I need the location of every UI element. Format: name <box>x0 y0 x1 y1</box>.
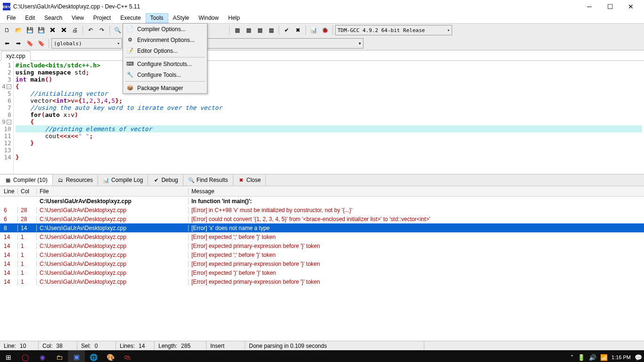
menu-item-package-manager[interactable]: 📦Package Manager <box>123 82 207 93</box>
bottom-tabs: ▦Compiler (10) 🗂Resources 📊Compile Log ✔… <box>0 174 644 186</box>
compiler-error-row[interactable]: 141C:\Users\GaUrAv\Desktop\xyz.cpp[Error… <box>0 250 644 259</box>
code-line[interactable]: for(auto x:v) <box>16 111 642 118</box>
menu-item-configure-tools[interactable]: 🔧Configure Tools... <box>123 69 207 80</box>
scope-select[interactable]: (globals) <box>51 38 122 49</box>
fold-toggle[interactable]: − <box>7 84 11 89</box>
new-file-icon[interactable]: 🗋 <box>2 25 12 35</box>
fold-toggle[interactable]: − <box>7 120 11 124</box>
undo-icon[interactable]: ↶ <box>85 25 96 35</box>
code-line[interactable]: //initializing vector <box>16 90 642 97</box>
code-line[interactable]: } <box>16 154 642 161</box>
menu-item-compiler-options[interactable]: 📄Compiler Options... <box>123 24 207 34</box>
tab-find-results[interactable]: 🔍Find Results <box>183 175 233 185</box>
tab-close[interactable]: ✖Close <box>233 175 266 185</box>
print-icon[interactable]: 🖨 <box>70 25 80 35</box>
stop-execution-icon[interactable]: ✖ <box>293 25 303 35</box>
compiler-error-row[interactable]: 141C:\Users\GaUrAv\Desktop\xyz.cpp[Error… <box>0 241 644 250</box>
taskbar-opera-icon[interactable]: ◯ <box>17 350 34 362</box>
line-number: 3 <box>8 76 11 83</box>
code-line[interactable]: cout<<x<<" "; <box>16 132 642 140</box>
menubar: FileEditSearchViewProjectExecuteToolsASt… <box>0 13 644 24</box>
code-line[interactable]: using namespace std; <box>16 69 642 76</box>
close-file-icon[interactable]: 🗙 <box>47 25 58 35</box>
tab-compile-log[interactable]: 📊Compile Log <box>98 175 148 185</box>
compiler-select[interactable]: TDM-GCC 4.9.2 64-bit Release <box>335 25 452 35</box>
code-editor[interactable]: 1234−56789−1011121314 #include<bits/stdc… <box>0 61 644 174</box>
compiler-error-row[interactable]: 628C:\Users\GaUrAv\Desktop\xyz.cpp[Error… <box>0 206 644 214</box>
rebuild-all-icon[interactable]: ▦ <box>266 25 276 35</box>
col-header-col[interactable]: Col <box>18 188 37 195</box>
redo-icon[interactable]: ↷ <box>97 25 107 35</box>
maximize-button[interactable]: ☐ <box>600 0 620 13</box>
compiler-error-row[interactable]: 141C:\Users\GaUrAv\Desktop\xyz.cpp[Error… <box>0 232 644 241</box>
chevron-up-icon[interactable]: ˄ <box>570 354 574 361</box>
clock[interactable]: 1:16 PM <box>611 354 631 360</box>
line-number: 12 <box>4 140 11 147</box>
compile-run-icon[interactable]: ▦ <box>255 25 265 35</box>
compiler-error-row[interactable]: 141C:\Users\GaUrAv\Desktop\xyz.cpp[Error… <box>0 259 644 268</box>
menu-help[interactable]: Help <box>223 13 245 23</box>
code-area[interactable]: #include<bits/stdc++.h>using namespace s… <box>14 61 644 174</box>
debug-icon[interactable]: ✔ <box>281 25 292 35</box>
menu-item-environment-options[interactable]: ⚙Environment Options... <box>123 34 207 45</box>
taskbar-store-icon[interactable]: 🛍 <box>119 350 136 362</box>
taskbar-eclipse-icon[interactable]: ◉ <box>34 350 51 362</box>
battery-icon[interactable]: 🔋 <box>578 354 585 361</box>
col-header-message[interactable]: Message <box>189 188 644 195</box>
minimize-button[interactable]: ─ <box>579 0 600 13</box>
goto-forward-icon[interactable]: ➡ <box>13 38 24 49</box>
code-line[interactable]: #include<bits/stdc++.h> <box>16 62 642 69</box>
save-icon[interactable]: 💾 <box>25 25 35 35</box>
wifi-icon[interactable]: 📶 <box>600 354 608 361</box>
run-icon[interactable]: ▦ <box>243 25 254 35</box>
compiler-error-row[interactable]: 814C:\Users\GaUrAv\Desktop\xyz.cpp[Error… <box>0 223 644 232</box>
goto-back-icon[interactable]: ⬅ <box>2 38 12 49</box>
start-button[interactable]: ⊞ <box>0 350 17 362</box>
profile-icon[interactable]: 📊 <box>308 25 319 35</box>
open-file-icon[interactable]: 📂 <box>13 25 24 35</box>
compiler-error-row[interactable]: 628C:\Users\GaUrAv\Desktop\xyz.cpp[Error… <box>0 214 644 223</box>
taskbar-explorer-icon[interactable]: 🗀 <box>51 350 68 362</box>
menu-tools[interactable]: Tools <box>146 13 168 23</box>
menu-file[interactable]: File <box>2 13 20 23</box>
save-all-icon[interactable]: 💾 <box>36 25 46 35</box>
goto-bookmark-icon[interactable]: 🔖 <box>36 38 46 49</box>
taskbar-devcpp-icon[interactable]: ▣ <box>68 350 85 362</box>
compiler-context-row[interactable]: C:\Users\GaUrAv\Desktop\xyz.cppIn functi… <box>0 197 644 206</box>
code-line[interactable]: { <box>16 83 642 90</box>
compiler-error-row[interactable]: 141C:\Users\GaUrAv\Desktop\xyz.cpp[Error… <box>0 277 644 286</box>
code-line[interactable]: } <box>16 140 642 147</box>
compile-icon[interactable]: ▦ <box>232 25 242 35</box>
tab-resources[interactable]: 🗂Resources <box>53 175 98 185</box>
menu-item-editor-options[interactable]: 📝Editor Options... <box>123 45 207 56</box>
code-line[interactable]: //using the auto key word to iterate ove… <box>16 104 642 111</box>
menu-execute[interactable]: Execute <box>116 13 145 23</box>
file-tab-xyz[interactable]: xyz.cpp <box>1 51 31 61</box>
menu-search[interactable]: Search <box>40 13 67 23</box>
tab-debug[interactable]: ✔Debug <box>148 175 183 185</box>
col-header-file[interactable]: File <box>37 188 189 195</box>
close-all-icon[interactable]: 🗙 <box>58 25 69 35</box>
close-button[interactable]: ✕ <box>620 0 641 13</box>
col-header-line[interactable]: Line <box>0 188 18 195</box>
code-line[interactable] <box>16 147 642 154</box>
code-line[interactable]: vector<int>v={1,2,3,4,5}; <box>16 97 642 104</box>
menu-astyle[interactable]: AStyle <box>168 13 194 23</box>
compiler-error-row[interactable]: 141C:\Users\GaUrAv\Desktop\xyz.cpp[Error… <box>0 268 644 277</box>
menu-project[interactable]: Project <box>89 13 116 23</box>
volume-icon[interactable]: 🔊 <box>589 354 596 361</box>
menu-view[interactable]: View <box>67 13 89 23</box>
tab-compiler[interactable]: ▦Compiler (10) <box>0 175 53 185</box>
menu-window[interactable]: Window <box>194 13 223 23</box>
code-line[interactable]: //printing elements of vector <box>16 125 642 132</box>
menu-item-configure-shortcuts[interactable]: ⌨Configure Shortcuts... <box>123 58 207 69</box>
notifications-icon[interactable]: 💬 <box>635 354 642 361</box>
taskbar-paint-icon[interactable]: 🎨 <box>102 350 119 362</box>
code-line[interactable]: { <box>16 118 642 125</box>
code-line[interactable]: int main() <box>16 76 642 83</box>
bookmark-icon[interactable]: 🔖 <box>25 38 35 49</box>
taskbar-chrome-icon[interactable]: 🌐 <box>85 350 102 362</box>
find-icon[interactable]: 🔍 <box>112 25 123 35</box>
delete-profile-icon[interactable]: 🐞 <box>320 25 330 35</box>
menu-edit[interactable]: Edit <box>20 13 40 23</box>
